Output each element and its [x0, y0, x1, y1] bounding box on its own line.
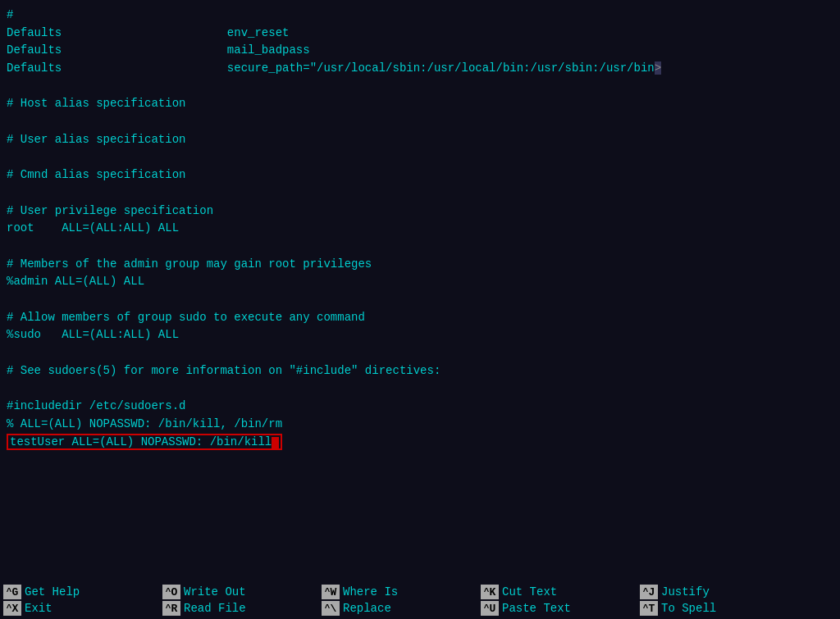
footer-label: To Spell	[661, 602, 716, 615]
footer-item[interactable]: ^OWrite Out	[162, 585, 318, 599]
footer-key-badge: ^\	[322, 601, 340, 616]
editor-line: # Cmnd alias specification	[7, 166, 833, 184]
footer-key-badge: ^T	[640, 601, 658, 616]
editor-line	[7, 184, 833, 203]
footer-label: Cut Text	[502, 585, 557, 599]
footer-label: Replace	[343, 602, 391, 615]
footer-item[interactable]: ^RRead File	[162, 601, 318, 616]
footer-key-badge: ^W	[322, 585, 340, 599]
footer-item[interactable]: ^TTo Spell	[640, 601, 796, 616]
footer-row-1: ^GGet Help^OWrite Out^WWhere Is^KCut Tex…	[0, 584, 840, 600]
footer-label: Read File	[184, 602, 246, 615]
footer-item[interactable]: ^XExit	[3, 601, 159, 616]
editor-line: # User privilege specification	[7, 203, 833, 221]
editor-line: # Host alias specification	[7, 95, 833, 113]
editor-line: %admin ALL=(ALL) ALL	[7, 273, 833, 291]
editor-line: Defaults mail_badpass	[7, 42, 833, 60]
editor-line: %sudo ALL=(ALL:ALL) ALL	[7, 326, 833, 344]
editor-line: root ALL=(ALL:ALL) ALL	[7, 220, 833, 238]
editor-line	[7, 291, 833, 309]
editor-line: # User alias specification	[7, 131, 833, 149]
footer-label: Paste Text	[502, 602, 571, 615]
editor-line: #	[7, 7, 833, 25]
footer-row-2: ^XExit^RRead File^\Replace^UPaste Text^T…	[0, 600, 840, 617]
footer-item[interactable]: ^WWhere Is	[322, 585, 477, 599]
footer-item[interactable]: ^GGet Help	[3, 585, 159, 599]
editor-line	[7, 149, 833, 167]
editor-line: #includedir /etc/sudoers.d	[7, 398, 833, 416]
editor-line: # Members of the admin group may gain ro…	[7, 256, 833, 274]
footer-label: Get Help	[25, 585, 80, 599]
footer: ^GGet Help^OWrite Out^WWhere Is^KCut Tex…	[0, 581, 840, 619]
footer-key-badge: ^J	[640, 585, 658, 599]
editor-line: Defaults secure_path="/usr/local/sbin:/u…	[7, 60, 833, 78]
footer-key-badge: ^K	[481, 585, 499, 599]
editor-line: Defaults env_reset	[7, 25, 833, 43]
footer-item[interactable]: ^JJustify	[640, 585, 796, 599]
footer-key-badge: ^G	[3, 585, 21, 599]
editor-line: % ALL=(ALL) NOPASSWD: /bin/kill, /bin/rm	[7, 416, 833, 434]
footer-label: Exit	[25, 602, 52, 615]
editor-line: # Allow members of group sudo to execute…	[7, 309, 833, 327]
footer-key-badge: ^R	[162, 601, 180, 616]
editor-area[interactable]: #Defaults env_resetDefaults mail_badpass…	[0, 3, 840, 581]
editor-line	[7, 380, 833, 398]
footer-label: Where Is	[343, 585, 398, 599]
footer-key-badge: ^U	[481, 601, 499, 616]
editor-line: # See sudoers(5) for more information on…	[7, 362, 833, 380]
footer-label: Justify	[661, 585, 710, 599]
footer-item[interactable]: ^\Replace	[322, 601, 477, 616]
editor-line	[7, 78, 833, 96]
footer-key-badge: ^X	[3, 601, 21, 616]
editor-line	[7, 344, 833, 362]
editor-line	[7, 113, 833, 131]
footer-key-badge: ^O	[162, 585, 180, 599]
footer-item[interactable]: ^UPaste Text	[481, 601, 637, 616]
footer-label: Write Out	[184, 585, 246, 599]
editor-line	[7, 238, 833, 256]
editor-line: testUser ALL=(ALL) NOPASSWD: /bin/kill	[7, 434, 833, 452]
footer-item[interactable]: ^KCut Text	[481, 585, 637, 599]
